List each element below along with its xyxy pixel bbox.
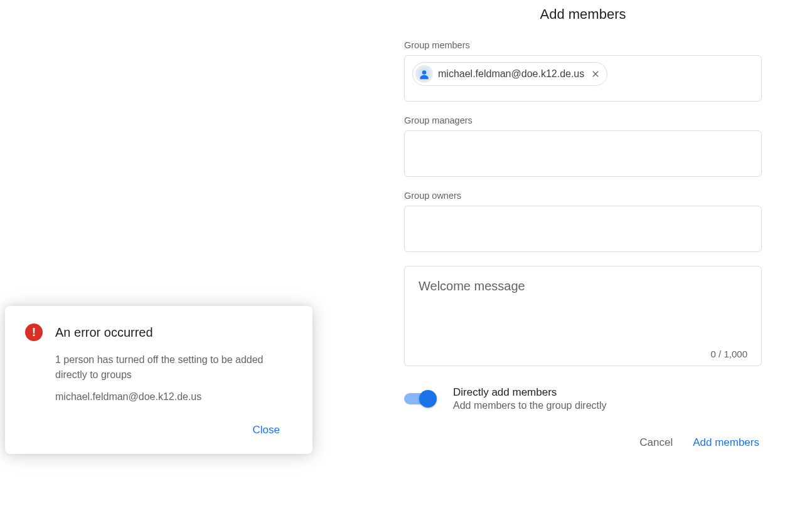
error-close-button[interactable]: Close <box>240 420 292 440</box>
group-owners-field: Group owners <box>404 191 762 252</box>
toggle-thumb <box>419 390 437 408</box>
group-members-input[interactable]: michael.feldman@doe.k12.de.us <box>404 55 762 102</box>
error-actions: Close <box>25 420 292 440</box>
group-managers-field: Group managers <box>404 115 762 177</box>
direct-add-toggle-row: Directly add members Add members to the … <box>404 386 762 411</box>
chip-remove-button[interactable] <box>589 68 602 80</box>
error-body: 1 person has turned off the setting to b… <box>25 352 292 403</box>
group-owners-input[interactable] <box>404 206 762 252</box>
error-title: An error occurred <box>55 325 153 340</box>
chip-email: michael.feldman@doe.k12.de.us <box>438 68 584 80</box>
toggle-desc: Add members to the group directly <box>453 400 607 411</box>
cancel-button[interactable]: Cancel <box>637 431 675 454</box>
close-icon <box>590 69 601 79</box>
member-chip: michael.feldman@doe.k12.de.us <box>412 62 607 86</box>
error-email: michael.feldman@doe.k12.de.us <box>55 391 292 403</box>
add-members-panel: Add members Group members michael.feldma… <box>404 6 762 454</box>
error-message: 1 person has turned off the setting to b… <box>55 352 292 382</box>
avatar-icon <box>415 65 433 83</box>
welcome-placeholder: Welcome message <box>419 279 747 349</box>
group-managers-label: Group managers <box>404 115 762 125</box>
direct-add-toggle[interactable] <box>404 389 435 408</box>
panel-title: Add members <box>404 6 762 23</box>
char-count: 0 / 1,000 <box>419 349 747 359</box>
welcome-message-input[interactable]: Welcome message 0 / 1,000 <box>404 266 762 366</box>
group-members-label: Group members <box>404 40 762 50</box>
action-buttons: Cancel Add members <box>404 431 762 454</box>
group-managers-input[interactable] <box>404 130 762 177</box>
group-members-field: Group members michael.feldman@doe.k12.de… <box>404 40 762 102</box>
error-icon: ! <box>25 324 43 341</box>
group-owners-label: Group owners <box>404 191 762 201</box>
error-dialog: ! An error occurred 1 person has turned … <box>5 306 313 454</box>
svg-point-1 <box>422 70 427 75</box>
add-members-button[interactable]: Add members <box>690 431 762 454</box>
toggle-labels: Directly add members Add members to the … <box>453 386 607 411</box>
toggle-title: Directly add members <box>453 386 607 399</box>
error-header: ! An error occurred <box>25 324 292 341</box>
